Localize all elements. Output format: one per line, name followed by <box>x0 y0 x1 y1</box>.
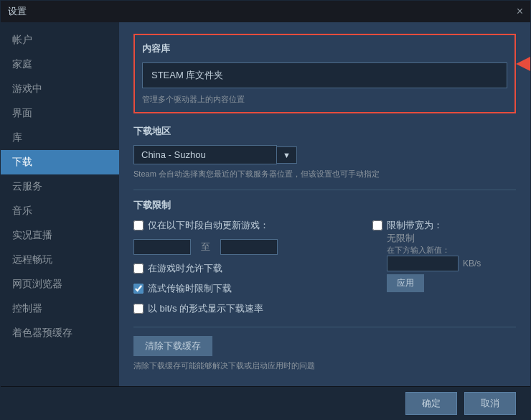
kbs-label: KB/s <box>463 258 481 269</box>
to-label: 至 <box>201 241 210 253</box>
enter-value-label: 在下方输入新值： <box>387 245 516 256</box>
content-area: 帐户 家庭 游戏中 界面 库 下载 云服务 音乐 <box>1 22 530 386</box>
limits-two-col: 仅在以下时段自动更新游戏： 至 在游戏时允许下载 <box>133 219 516 322</box>
stream-limit-label[interactable]: 流式传输时限制下载 <box>133 282 232 295</box>
region-select-wrapper: China - Suzhou ▼ <box>133 145 516 164</box>
ingame-download-checkbox[interactable] <box>133 263 144 274</box>
sidebar-item-controller[interactable]: 控制器 <box>1 297 119 321</box>
content-library-section: 内容库 STEAM 库文件夹 管理多个驱动器上的内容位置 <box>133 34 516 113</box>
auto-update-label: 仅在以下时段自动更新游戏： <box>148 219 269 232</box>
limits-col-right: 限制带宽为： 无限制 在下方输入新值： KB/s 应用 <box>372 219 516 322</box>
red-arrow-icon <box>516 54 530 74</box>
bits-display-checkbox[interactable] <box>133 304 144 314</box>
cache-section: 清除下载缓存 清除下载缓存可能能够解决下载或启动应用时的问题 <box>133 327 516 371</box>
sidebar-item-music[interactable]: 音乐 <box>1 199 119 223</box>
apply-button[interactable]: 应用 <box>387 274 424 292</box>
close-button[interactable]: × <box>517 5 523 18</box>
stream-limit-checkbox[interactable] <box>133 284 144 294</box>
time-range-row: 至 <box>133 239 358 255</box>
sidebar-item-interface[interactable]: 界面 <box>1 101 119 126</box>
unlimited-text: 无限制 <box>387 232 516 245</box>
download-region-title: 下载地区 <box>133 125 516 138</box>
start-time-input[interactable] <box>133 239 191 255</box>
clear-cache-button[interactable]: 清除下载缓存 <box>133 336 212 356</box>
limits-col-left: 仅在以下时段自动更新游戏： 至 在游戏时允许下载 <box>133 219 358 322</box>
titlebar: 设置 × <box>1 1 530 22</box>
content-library-title: 内容库 <box>142 42 507 55</box>
window-title: 设置 <box>8 5 27 18</box>
confirm-button[interactable]: 确定 <box>405 392 457 415</box>
bits-display-text: 以 bit/s 的形式显示下载速率 <box>148 302 263 315</box>
main-panel: 内容库 STEAM 库文件夹 管理多个驱动器上的内容位置 <box>119 22 530 386</box>
bandwidth-input-row: KB/s <box>387 256 516 271</box>
ingame-download-text: 在游戏时允许下载 <box>148 262 222 275</box>
auto-update-checkbox-label[interactable]: 仅在以下时段自动更新游戏： <box>133 219 269 232</box>
download-region-section: 下载地区 China - Suzhou ▼ Steam 会自动选择离您最近的下载… <box>133 125 516 179</box>
bits-display-label[interactable]: 以 bit/s 的形式显示下载速率 <box>133 302 263 315</box>
bandwidth-limit-label: 限制带宽为： <box>387 219 443 232</box>
auto-update-row: 仅在以下时段自动更新游戏： <box>133 219 358 232</box>
download-limits-section: 下载限制 仅在以下时段自动更新游戏： 至 <box>133 190 516 322</box>
sidebar-item-downloads[interactable]: 下载 <box>1 150 119 174</box>
auto-update-checkbox[interactable] <box>133 220 144 230</box>
bandwidth-limit-checkbox[interactable] <box>372 220 382 230</box>
ingame-download-label[interactable]: 在游戏时允许下载 <box>133 262 222 275</box>
sidebar-item-ingame[interactable]: 游戏中 <box>1 77 119 101</box>
sidebar-item-broadcast[interactable]: 实况直播 <box>1 223 119 248</box>
region-select[interactable]: China - Suzhou <box>133 145 277 164</box>
sidebar-item-browser[interactable]: 网页浏览器 <box>1 272 119 297</box>
stream-limit-row: 流式传输时限制下载 <box>133 282 358 295</box>
sidebar: 帐户 家庭 游戏中 界面 库 下载 云服务 音乐 <box>1 22 119 386</box>
download-limits-title: 下载限制 <box>133 190 516 212</box>
sidebar-item-library[interactable]: 库 <box>1 126 119 150</box>
red-arrow-indicator <box>516 54 530 74</box>
sidebar-item-remoteplay[interactable]: 远程畅玩 <box>1 248 119 272</box>
main-window: 设置 × 帐户 家庭 游戏中 界面 库 下载 云服务 <box>0 0 531 420</box>
bits-display-row: 以 bit/s 的形式显示下载速率 <box>133 302 358 315</box>
footer: 确定 取消 <box>1 386 530 419</box>
sidebar-item-shader[interactable]: 着色器预缓存 <box>1 321 119 345</box>
content-library-container: 内容库 STEAM 库文件夹 管理多个驱动器上的内容位置 <box>133 34 516 113</box>
cancel-button[interactable]: 取消 <box>464 392 516 415</box>
sidebar-item-family[interactable]: 家庭 <box>1 52 119 77</box>
steam-library-button[interactable]: STEAM 库文件夹 <box>142 62 507 88</box>
ingame-download-row: 在游戏时允许下载 <box>133 262 358 275</box>
stream-limit-text: 流式传输时限制下载 <box>148 282 232 295</box>
bandwidth-input[interactable] <box>387 256 459 271</box>
sidebar-item-cloudgaming[interactable]: 云服务 <box>1 174 119 199</box>
cache-description: 清除下载缓存可能能够解决下载或启动应用时的问题 <box>133 360 516 371</box>
bandwidth-limit-row: 限制带宽为： <box>372 219 516 232</box>
end-time-input[interactable] <box>220 239 278 255</box>
region-description: Steam 会自动选择离您最近的下载服务器位置，但该设置也可手动指定 <box>133 169 516 179</box>
select-arrow-icon: ▼ <box>277 146 297 164</box>
sidebar-item-account[interactable]: 帐户 <box>1 28 119 52</box>
manage-text: 管理多个驱动器上的内容位置 <box>142 94 507 105</box>
